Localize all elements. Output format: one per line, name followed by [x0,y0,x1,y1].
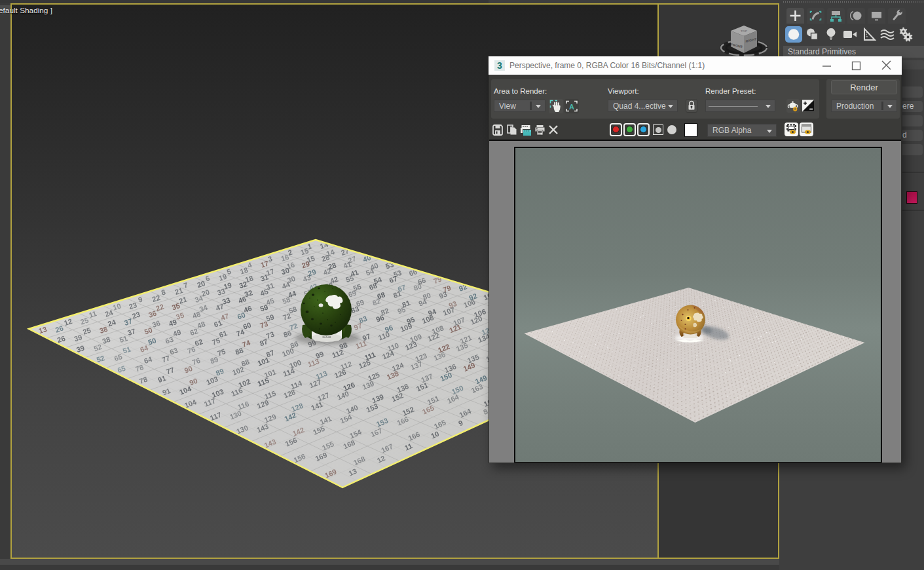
svg-text:A: A [569,103,574,111]
svg-text:MaTeliB: MaTeliB [323,336,331,339]
svg-text:TOP: TOP [741,30,748,32]
